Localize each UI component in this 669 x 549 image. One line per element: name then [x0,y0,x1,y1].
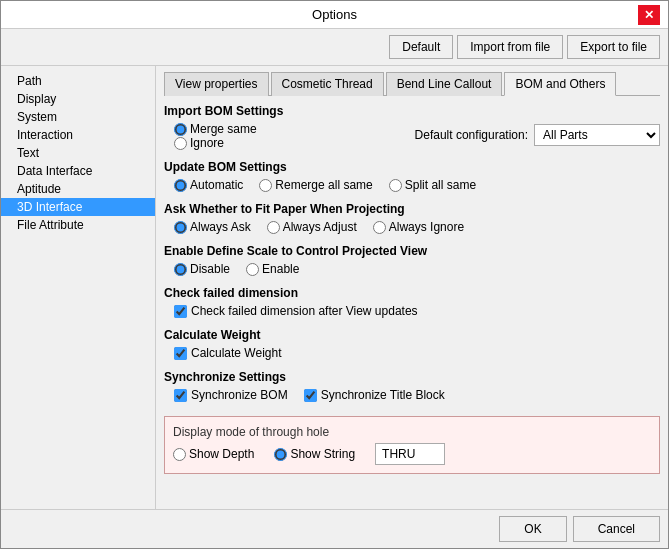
tab-cosmetic-thread[interactable]: Cosmetic Thread [271,72,384,96]
update-bom-section: Update BOM Settings Automatic Remerge al… [164,160,660,192]
import-button[interactable]: Import from file [457,35,563,59]
content-area: View properties Cosmetic Thread Bend Lin… [156,66,668,509]
synchronize-title: Synchronize Settings [164,370,660,384]
always-ignore[interactable]: Always Ignore [373,220,464,234]
always-ask[interactable]: Always Ask [174,220,251,234]
update-bom-title: Update BOM Settings [164,160,660,174]
tab-view-properties[interactable]: View properties [164,72,269,96]
sidebar-item-aptitude[interactable]: Aptitude [1,180,155,198]
scale-enable[interactable]: Enable [246,262,299,276]
import-merge-same[interactable]: Merge same [174,122,257,136]
through-hole-row: Show Depth Show String [173,443,651,465]
sync-title-block-checkbox[interactable]: Synchronize Title Block [304,388,445,402]
import-bom-title: Import BOM Settings [164,104,660,118]
update-remerge[interactable]: Remerge all same [259,178,372,192]
check-dimension-checkbox[interactable]: Check failed dimension after View update… [174,304,660,318]
calculate-weight-section: Calculate Weight Calculate Weight [164,328,660,360]
ok-button[interactable]: OK [499,516,566,542]
close-button[interactable]: ✕ [638,5,660,25]
default-config-select[interactable]: All Parts Current Assembly [534,124,660,146]
always-adjust[interactable]: Always Adjust [267,220,357,234]
default-button[interactable]: Default [389,35,453,59]
cancel-button[interactable]: Cancel [573,516,660,542]
tab-bar: View properties Cosmetic Thread Bend Lin… [164,72,660,96]
toolbar: Default Import from file Export to file [1,29,668,66]
options-dialog: Options ✕ Default Import from file Expor… [0,0,669,549]
show-depth[interactable]: Show Depth [173,447,254,461]
through-hole-section: Display mode of through hole Show Depth … [164,416,660,474]
tab-bom-and-others[interactable]: BOM and Others [504,72,616,96]
fit-paper-title: Ask Whether to Fit Paper When Projecting [164,202,660,216]
check-dimension-title: Check failed dimension [164,286,660,300]
sidebar-item-interaction[interactable]: Interaction [1,126,155,144]
import-bom-row: Merge same Ignore Default configuration:… [164,122,660,150]
check-dimension-content: Check failed dimension after View update… [164,304,660,318]
fit-paper-options: Always Ask Always Adjust Always Ignore [164,220,660,234]
tab-bend-line-callout[interactable]: Bend Line Callout [386,72,503,96]
sync-bom-checkbox[interactable]: Synchronize BOM [174,388,288,402]
calculate-weight-content: Calculate Weight [164,346,660,360]
import-bom-options: Merge same Ignore [164,122,257,150]
title-bar: Options ✕ [1,1,668,29]
default-config: Default configuration: All Parts Current… [415,124,660,146]
update-bom-options: Automatic Remerge all same Split all sam… [164,178,660,192]
export-button[interactable]: Export to file [567,35,660,59]
sidebar: Path Display System Interaction Text Dat… [1,66,156,509]
bottom-bar: OK Cancel [1,509,668,548]
define-scale-title: Enable Define Scale to Control Projected… [164,244,660,258]
define-scale-options: Disable Enable [164,262,660,276]
synchronize-content: Synchronize BOM Synchronize Title Block [164,388,660,402]
through-hole-title: Display mode of through hole [173,425,651,439]
sidebar-item-path[interactable]: Path [1,72,155,90]
sidebar-item-file-attribute[interactable]: File Attribute [1,216,155,234]
calculate-weight-checkbox[interactable]: Calculate Weight [174,346,660,360]
sidebar-item-data-interface[interactable]: Data Interface [1,162,155,180]
update-automatic[interactable]: Automatic [174,178,243,192]
default-config-label: Default configuration: [415,128,528,142]
calculate-weight-title: Calculate Weight [164,328,660,342]
sidebar-item-display[interactable]: Display [1,90,155,108]
fit-paper-section: Ask Whether to Fit Paper When Projecting… [164,202,660,234]
thru-input[interactable] [375,443,445,465]
sidebar-item-3d-interface[interactable]: 3D Interface [1,198,155,216]
dialog-title: Options [31,7,638,22]
check-dimension-section: Check failed dimension Check failed dime… [164,286,660,318]
define-scale-section: Enable Define Scale to Control Projected… [164,244,660,276]
sidebar-item-system[interactable]: System [1,108,155,126]
import-ignore[interactable]: Ignore [174,136,257,150]
update-split[interactable]: Split all same [389,178,476,192]
sidebar-item-text[interactable]: Text [1,144,155,162]
main-content: Path Display System Interaction Text Dat… [1,66,668,509]
import-bom-section: Import BOM Settings Merge same Ignore [164,104,660,150]
synchronize-section: Synchronize Settings Synchronize BOM Syn… [164,370,660,402]
scale-disable[interactable]: Disable [174,262,230,276]
show-string[interactable]: Show String [274,447,355,461]
